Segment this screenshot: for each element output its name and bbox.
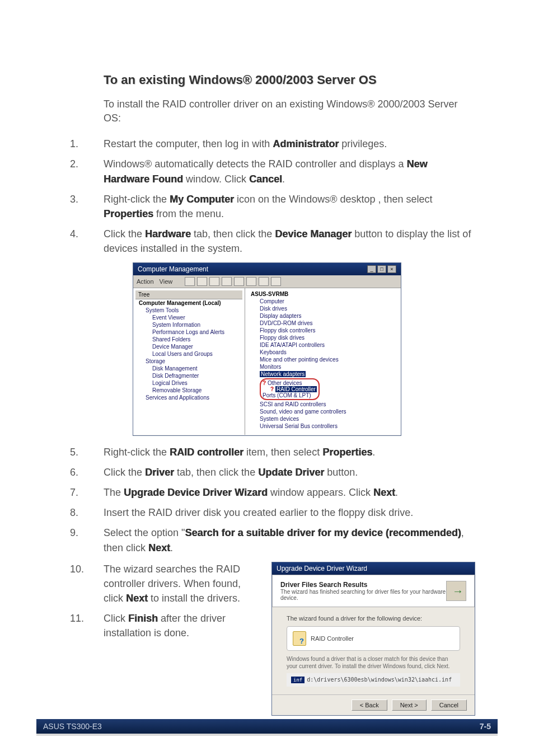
num: 11. <box>70 611 84 626</box>
next-button[interactable]: Next > <box>392 699 427 711</box>
computer-management-window: Computer Management _ □ × Action View Tr… <box>133 262 401 436</box>
text: Click the <box>104 228 145 240</box>
tree-item[interactable]: Device Manager <box>135 343 242 350</box>
scan-hardware-icon[interactable] <box>271 277 281 286</box>
other-devices[interactable]: ? Other devices <box>263 380 317 386</box>
tree-item[interactable]: Removable Storage <box>135 387 242 394</box>
bold: Upgrade Device Driver Wizard <box>124 487 268 498</box>
device-name: RAID Controller <box>311 635 354 642</box>
device-item[interactable]: Disk drives <box>247 305 399 312</box>
maximize-icon[interactable]: □ <box>377 265 386 273</box>
tree-item[interactable]: Performance Logs and Alerts <box>135 328 242 336</box>
step-8: Insert the RAID driver disk you created … <box>70 505 475 520</box>
device-item[interactable]: Network adapters <box>247 370 399 378</box>
device-item[interactable]: SCSI and RAID controllers <box>247 401 399 408</box>
text: The <box>104 487 124 498</box>
tree-item[interactable]: System Information <box>135 321 242 328</box>
device-item[interactable]: Keyboards <box>247 349 399 356</box>
intro-text: To install the RAID controller driver on… <box>36 97 498 125</box>
steps-list-10-11: 10. The wizard searches the RAID control… <box>36 562 260 716</box>
properties-icon[interactable] <box>234 277 244 286</box>
text: . <box>170 542 173 553</box>
tree-item[interactable]: Shared Folders <box>135 336 242 343</box>
bold: Search for a suitable driver for my devi… <box>185 527 461 538</box>
step-1: Restart the computer, then log in with A… <box>70 137 475 151</box>
menu-view[interactable]: View <box>160 278 173 285</box>
text: window. Click <box>183 173 249 185</box>
tree-item[interactable]: Event Viewer <box>135 314 242 321</box>
device-item[interactable]: DVD/CD-ROM drives <box>247 320 399 327</box>
device-item[interactable]: Floppy disk drives <box>247 334 399 341</box>
device-item[interactable]: Monitors <box>247 363 399 370</box>
minimize-icon[interactable]: _ <box>367 265 376 273</box>
device-section: RAID Controller <box>287 626 460 651</box>
text: Right-click the <box>104 447 170 458</box>
tree-item[interactable]: Disk Defragmenter <box>135 372 242 379</box>
up-tree-icon[interactable] <box>209 277 219 286</box>
bold: RAID controller <box>170 447 243 458</box>
device-item[interactable]: Floppy disk controllers <box>247 327 399 334</box>
bold: Properties <box>104 208 153 219</box>
step-7: The Upgrade Device Driver Wizard window … <box>70 485 475 500</box>
step-3: Right-click the My Computer icon on the … <box>70 192 475 221</box>
raid-controller-item[interactable]: ? RAID Controller <box>263 386 317 392</box>
tree-item[interactable]: Services and Applications <box>135 394 242 401</box>
back-button[interactable]: < Back <box>352 699 387 711</box>
device-item[interactable]: Display adapters <box>247 312 399 320</box>
text: from the menu. <box>153 208 224 219</box>
header-title: Driver Files Search Results <box>280 581 446 589</box>
tree-item[interactable]: System Tools <box>135 307 242 314</box>
bottom-row: 10. The wizard searches the RAID control… <box>36 562 498 716</box>
device-item[interactable]: Mice and other pointing devices <box>247 356 399 363</box>
body: Tree Computer Management (Local) System … <box>133 288 401 435</box>
titlebar: Computer Management _ □ × <box>133 263 401 275</box>
step-5: Right-click the RAID controller item, th… <box>70 445 475 459</box>
nav-back-icon[interactable] <box>185 277 195 286</box>
toolbar: Action View <box>133 275 401 288</box>
device-item-circled: ? Other devices ? RAID Controller Ports … <box>247 378 399 401</box>
bold: Driver <box>145 467 174 478</box>
num: 10. <box>70 562 84 576</box>
bold: Next <box>373 487 395 498</box>
device-pane: ASUS-SVRMB Computer Disk drives Display … <box>245 288 401 435</box>
tree-root[interactable]: Computer Management (Local) <box>135 299 242 307</box>
menu-action[interactable]: Action <box>137 278 154 285</box>
close-icon[interactable]: × <box>387 265 396 273</box>
show-tree-icon[interactable] <box>222 277 232 286</box>
section-title: To an existing Windows® 2000/2003 Server… <box>36 73 498 87</box>
footer-bar: ASUS TS300-E3 7-5 <box>36 719 498 734</box>
ports-item[interactable]: Ports (COM & LPT) <box>263 392 317 398</box>
device-item[interactable]: Computer <box>247 298 399 305</box>
step-10: 10. The wizard searches the RAID control… <box>70 562 260 605</box>
cancel-button[interactable]: Cancel <box>431 699 467 711</box>
driver-path: infd:\drivers\6300esb\windows\win32\iaah… <box>287 673 460 687</box>
device-root[interactable]: ASUS-SVRMB <box>247 290 399 298</box>
text: . <box>282 173 285 185</box>
text: tab, then click the <box>191 228 275 240</box>
refresh-icon[interactable] <box>246 277 256 286</box>
device-item[interactable]: Sound, video and game controllers <box>247 408 399 415</box>
nav-forward-icon[interactable] <box>197 277 207 286</box>
text: window appears. Click <box>268 487 373 498</box>
tree-item[interactable]: Disk Management <box>135 365 242 372</box>
text: Restart the computer, then log in with <box>104 138 273 149</box>
help-icon[interactable] <box>259 277 269 286</box>
bold: Next <box>148 542 170 553</box>
text: . <box>395 487 398 498</box>
bold: My Computer <box>170 194 234 205</box>
wizard-buttons: < Back Next > Cancel <box>272 694 475 715</box>
bold: Cancel <box>249 173 282 185</box>
text: . <box>372 447 375 458</box>
device-item[interactable]: Universal Serial Bus controllers <box>247 422 399 430</box>
tree-item[interactable]: Local Users and Groups <box>135 350 242 358</box>
device-item[interactable]: System devices <box>247 415 399 422</box>
step-4: Click the Hardware tab, then click the D… <box>70 227 475 256</box>
tree-item[interactable]: Storage <box>135 358 242 365</box>
window-title: Computer Management <box>138 265 208 273</box>
tree-item[interactable]: Logical Drives <box>135 379 242 387</box>
device-item[interactable]: IDE ATA/ATAPI controllers <box>247 341 399 349</box>
tree-header: Tree <box>135 290 242 299</box>
label: Other devices <box>268 380 302 386</box>
text: Select the option " <box>104 527 185 538</box>
found-label: The wizard found a driver for the follow… <box>287 615 460 622</box>
